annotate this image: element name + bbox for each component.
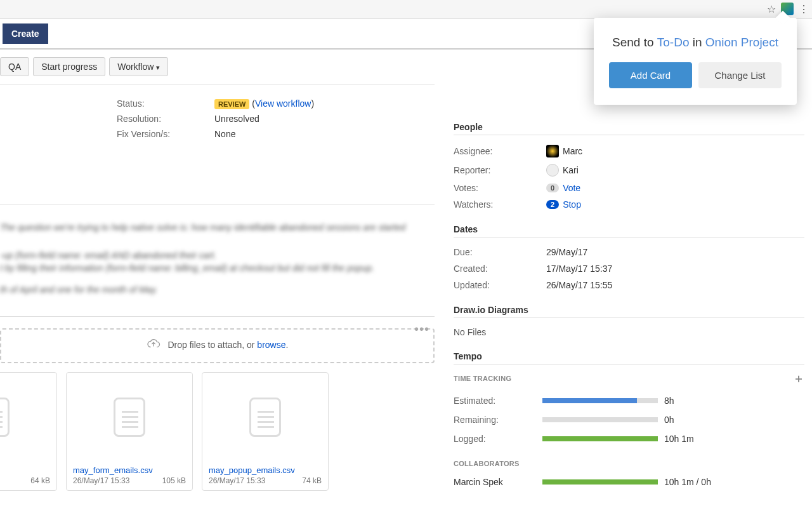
created-label: Created: xyxy=(454,264,546,274)
attachment-name: mails.csv xyxy=(0,465,50,475)
time-tracking-label: TIME TRACKING xyxy=(454,375,511,382)
fix-version-label: Fix Version/s: xyxy=(117,129,214,139)
upload-cloud-icon xyxy=(147,338,160,353)
issue-details: Status: REVIEW (View workflow) Resolutio… xyxy=(0,84,435,153)
bookmark-star-icon[interactable]: ☆ xyxy=(767,3,776,15)
popup-board-name: Onion Project xyxy=(705,36,778,49)
attachment-name: may_popup_emails.csv xyxy=(209,465,322,475)
create-button[interactable]: Create xyxy=(3,23,48,44)
avatar xyxy=(546,145,559,157)
status-label: Status: xyxy=(117,98,214,109)
remaining-value: 0h xyxy=(664,415,715,425)
popup-heading: Send to To-Do in Onion Project xyxy=(609,34,782,51)
resolution-value: Unresolved xyxy=(214,114,435,124)
reporter-name: Kari xyxy=(563,165,579,175)
estimated-row: Estimated: 8h xyxy=(454,391,804,410)
tempo-title: Tempo xyxy=(454,351,804,364)
collaborator-row: Marcin Spek 10h 1m / 0h xyxy=(454,472,804,491)
collaborator-bar xyxy=(542,479,658,485)
remaining-label: Remaining: xyxy=(454,415,536,425)
paren-close: ) xyxy=(311,98,314,109)
attachments-section: ••• Drop files to attach, or browse. mai… xyxy=(0,316,435,491)
votes-count: 0 xyxy=(546,184,559,192)
desc-line: The question we're trying to help native… xyxy=(0,222,435,232)
change-list-button[interactable]: Change List xyxy=(698,62,782,88)
logged-label: Logged: xyxy=(454,434,536,444)
add-time-icon[interactable]: ＋ xyxy=(793,371,804,386)
assignee-label: Assignee: xyxy=(454,146,546,156)
logged-row: Logged: 10h 1m xyxy=(454,429,804,448)
attachment-grid: mails.csv 64 kB may_form_emails.csv 26/M… xyxy=(0,372,435,491)
start-progress-button[interactable]: Start progress xyxy=(33,57,105,76)
resolution-label: Resolution: xyxy=(117,114,214,124)
estimated-bar xyxy=(542,398,658,403)
description-section: The question we're trying to help native… xyxy=(0,204,435,309)
fix-version-value: None xyxy=(214,129,435,139)
dates-title: Dates xyxy=(454,224,804,237)
attachment-date: 26/May/17 15:33 xyxy=(73,476,129,485)
created-value: 17/May/17 15:37 xyxy=(546,264,804,274)
watchers-count: 2 xyxy=(546,200,559,209)
vote-link[interactable]: Vote xyxy=(563,183,580,193)
collaborators-label: COLLABORATORS xyxy=(454,460,520,467)
attachment-name: may_form_emails.csv xyxy=(73,465,186,475)
due-label: Due: xyxy=(454,247,546,257)
browser-menu-icon[interactable]: ⋮ xyxy=(799,3,808,15)
dropzone-text: Drop files to attach, or xyxy=(168,340,258,350)
reporter-label: Reporter: xyxy=(454,165,546,175)
file-icon xyxy=(114,398,145,437)
logged-bar xyxy=(542,436,658,441)
view-workflow-link[interactable]: View workflow xyxy=(255,98,311,109)
logged-value: 10h 1m xyxy=(664,434,715,444)
updated-label: Updated: xyxy=(454,280,546,290)
drawio-section: Draw.io Diagrams No Files xyxy=(454,305,804,340)
attachment-size: 105 kB xyxy=(162,476,186,485)
remaining-row: Remaining: 0h xyxy=(454,410,804,429)
updated-value: 26/May/17 15:55 xyxy=(546,280,804,290)
attachment-card[interactable]: mails.csv 64 kB xyxy=(0,372,57,491)
estimated-value: 8h xyxy=(664,396,715,406)
attachment-size: 64 kB xyxy=(30,476,50,485)
due-value: 29/May/17 xyxy=(546,247,804,257)
desc-line: t by filling their information (form-fie… xyxy=(0,263,435,273)
drawio-title: Draw.io Diagrams xyxy=(454,305,804,318)
votes-label: Votes: xyxy=(454,183,546,193)
collaborator-value: 10h 1m / 0h xyxy=(664,477,715,487)
dropzone-dot: . xyxy=(285,340,288,350)
watchers-label: Watchers: xyxy=(454,199,546,210)
attachment-dropzone[interactable]: Drop files to attach, or browse. xyxy=(0,328,435,363)
file-icon xyxy=(249,398,281,437)
workflow-dropdown[interactable]: Workflow xyxy=(109,57,167,76)
dates-section: Dates Due:29/May/17 Created:17/May/17 15… xyxy=(454,224,804,293)
attachment-card[interactable]: may_popup_emails.csv 26/May/17 15:3374 k… xyxy=(202,372,329,491)
estimated-label: Estimated: xyxy=(454,396,536,406)
desc-line: -up (form-field name: email) AND abandon… xyxy=(0,250,435,260)
attachment-card[interactable]: may_form_emails.csv 26/May/17 15:33105 k… xyxy=(66,372,193,491)
file-icon xyxy=(0,398,10,437)
desc-line: th of April and one for the month of May… xyxy=(0,284,435,295)
popup-list-name: To-Do xyxy=(657,36,690,49)
tempo-section: Tempo TIME TRACKING＋ Estimated: 8h Remai… xyxy=(454,351,804,491)
qa-button[interactable]: QA xyxy=(0,57,29,76)
browse-link[interactable]: browse xyxy=(257,340,285,350)
browser-chrome: ☆ ⋮ xyxy=(0,0,812,19)
assignee-name: Marc xyxy=(563,146,582,156)
remaining-bar xyxy=(542,417,658,422)
people-title: People xyxy=(454,122,804,135)
attachments-menu-icon[interactable]: ••• xyxy=(414,322,429,337)
people-section: People Assignee: Marc Reporter: Kari Vot… xyxy=(454,122,804,213)
stop-watching-link[interactable]: Stop xyxy=(563,199,581,210)
collaborator-name: Marcin Spek xyxy=(454,477,536,487)
extension-popup: Send to To-Do in Onion Project Add Card … xyxy=(594,18,797,105)
add-card-button[interactable]: Add Card xyxy=(609,62,692,88)
avatar xyxy=(546,164,559,177)
attachment-size: 74 kB xyxy=(302,476,322,485)
drawio-nofiles: No Files xyxy=(454,324,804,340)
status-badge: REVIEW xyxy=(214,99,249,109)
attachment-date: 26/May/17 15:33 xyxy=(209,476,265,485)
